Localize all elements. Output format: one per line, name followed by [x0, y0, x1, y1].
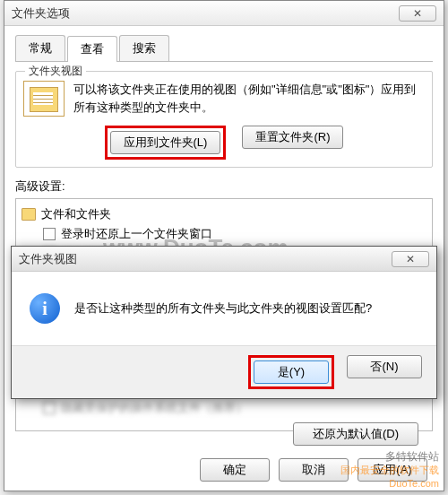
dialog-message: 是否让这种类型的所有文件夹与此文件夹的视图设置匹配?	[74, 300, 372, 317]
confirm-dialog: 文件夹视图 ✕ i 是否让这种类型的所有文件夹与此文件夹的视图设置匹配? 是(Y…	[11, 246, 437, 399]
tab-search[interactable]: 搜索	[119, 35, 169, 61]
bottom-button-row: 确定 取消 应用(A)	[200, 458, 427, 482]
dialog-close-button[interactable]: ✕	[392, 251, 429, 267]
highlight-yes-button: 是(Y)	[248, 355, 334, 389]
main-window-title: 文件夹选项	[12, 5, 70, 22]
view-desc-row: 可以将该文件夹正在使用的视图（例如"详细信息"或"图标"）应用到所有这种类型的文…	[23, 81, 425, 117]
view-buttons-row: 应用到文件夹(L) 重置文件夹(R)	[23, 126, 425, 160]
tree-item-blurred-hidden: 隐藏受保护的操作系统文件（推荐）	[22, 398, 426, 418]
view-description: 可以将该文件夹正在使用的视图（例如"详细信息"或"图标"）应用到所有这种类型的文…	[73, 81, 425, 116]
dialog-title: 文件夹视图	[19, 251, 77, 267]
checkbox-icon	[43, 402, 56, 414]
restore-defaults-button[interactable]: 还原为默认值(D)	[293, 422, 418, 446]
reset-folders-button[interactable]: 重置文件夹(R)	[242, 126, 343, 149]
checkbox-icon[interactable]	[43, 228, 56, 240]
cancel-button[interactable]: 取消	[279, 458, 349, 482]
tab-strip: 常规 查看 搜索	[15, 35, 433, 62]
folder-view-group: 文件夹视图 可以将该文件夹正在使用的视图（例如"详细信息"或"图标"）应用到所有…	[15, 71, 433, 168]
main-title-bar: 文件夹选项 ✕	[4, 1, 444, 26]
close-button[interactable]: ✕	[399, 5, 436, 22]
tree-root-files-folders[interactable]: 文件和文件夹	[22, 204, 426, 224]
yes-button[interactable]: 是(Y)	[254, 360, 329, 384]
folder-icon	[23, 81, 65, 117]
info-icon: i	[30, 293, 60, 324]
dialog-footer: 是(Y) 否(N)	[12, 345, 436, 398]
apply-button[interactable]: 应用(A)	[358, 458, 427, 482]
apply-to-folders-button[interactable]: 应用到文件夹(L)	[110, 131, 221, 154]
tab-general[interactable]: 常规	[15, 35, 65, 61]
no-button[interactable]: 否(N)	[347, 355, 422, 378]
folder-small-icon	[22, 208, 36, 221]
advanced-label: 高级设置:	[15, 178, 433, 195]
restore-defaults-row: 还原为默认值(D)	[293, 422, 418, 446]
dialog-title-bar: 文件夹视图 ✕	[12, 247, 436, 272]
tree-item-label: 隐藏受保护的操作系统文件（推荐）	[61, 400, 247, 416]
highlight-apply-to-folders: 应用到文件夹(L)	[105, 126, 227, 160]
tree-item-label: 登录时还原上一个文件夹窗口	[61, 226, 212, 242]
tree-item-restore-windows[interactable]: 登录时还原上一个文件夹窗口	[22, 224, 426, 244]
group-legend: 文件夹视图	[25, 64, 86, 79]
ok-button[interactable]: 确定	[200, 458, 270, 482]
tree-root-label: 文件和文件夹	[41, 206, 111, 222]
dialog-body: i 是否让这种类型的所有文件夹与此文件夹的视图设置匹配?	[12, 272, 436, 345]
tab-view[interactable]: 查看	[67, 36, 117, 62]
